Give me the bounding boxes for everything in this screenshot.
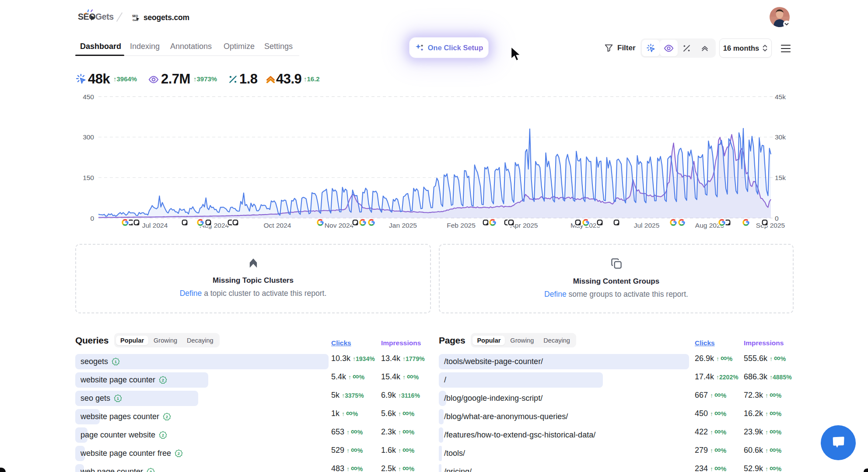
svg-text:Jul 2024: Jul 2024 [142, 222, 168, 229]
svg-text:30k: 30k [775, 133, 786, 141]
svg-text:Jan 2025: Jan 2025 [389, 222, 417, 229]
svg-text:1: 1 [115, 359, 117, 364]
svg-text:450: 450 [83, 93, 94, 101]
svg-text:0: 0 [90, 215, 94, 222]
svg-text:Feb 2025: Feb 2025 [447, 222, 476, 229]
svg-text:2: 2 [166, 414, 168, 419]
svg-text:2: 2 [178, 451, 180, 456]
svg-text:Oct 2024: Oct 2024 [264, 222, 291, 229]
svg-text:1: 1 [117, 396, 119, 401]
svg-text:Sep 2025: Sep 2025 [756, 222, 785, 229]
svg-text:0: 0 [775, 215, 779, 222]
svg-text:300: 300 [83, 133, 94, 141]
svg-text:15k: 15k [775, 174, 786, 181]
svg-text:2: 2 [162, 433, 164, 437]
svg-text:Jul 2025: Jul 2025 [634, 222, 660, 229]
svg-text:150: 150 [83, 174, 94, 181]
svg-text:45k: 45k [775, 93, 786, 101]
svg-text:2: 2 [162, 378, 164, 382]
svg-text:Nov 2024: Nov 2024 [325, 222, 354, 229]
svg-text:3: 3 [150, 469, 152, 472]
